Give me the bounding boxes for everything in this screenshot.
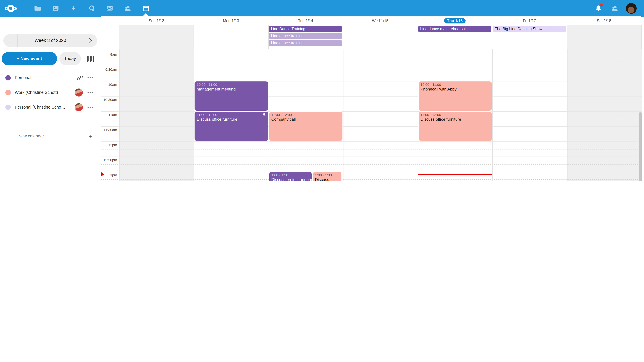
calendar-menu-button[interactable] [88,88,92,96]
event[interactable]: 10:00 - 11:00Phonecall with Abby [418,81,492,111]
column-divider [343,25,343,49]
event-title: Discuss project announcement [271,177,310,181]
event[interactable]: 10:00 - 11:00management meeting [195,81,268,111]
calendar-menu-button[interactable] [88,74,92,82]
calendar-list-item[interactable]: Work (Christine Schott) [0,85,100,100]
event[interactable]: 11:00 - 12:00Discuss office furniture [195,112,268,141]
next-week-button[interactable] [83,34,97,47]
time-label: 11am [101,113,117,117]
day-header-tue[interactable]: Tue 1/14 [268,16,343,25]
time-label: 12pm [101,143,117,147]
sidebar: Week 3 of 2020 + New event Today Persona… [0,17,100,181]
column-divider [268,25,269,49]
calendar-name: Personal (Christine Scho… [15,105,66,110]
notifications-icon[interactable] [595,5,602,12]
nextcloud-logo-icon[interactable] [5,4,20,13]
time-label: 9:30am [101,67,117,71]
event-time: 1:00 - 1:30 [271,173,310,177]
previous-week-button[interactable] [3,34,18,47]
calendar-menu-button[interactable] [88,103,92,111]
current-time-line [418,174,492,175]
calendar-list-item[interactable]: Personal (Christine Scho… [0,100,100,115]
user-avatar[interactable] [626,3,636,14]
all-day-event[interactable]: Line dance training [269,40,342,46]
active-app-pointer [142,13,150,17]
calendar-color-dot [5,90,11,95]
calendar-color-dot [5,75,11,80]
event[interactable]: 1:00 - 1:30Discuss project announcement [313,172,342,181]
calendar-item-actions [75,88,92,96]
time-label: 12:30pm [101,158,117,162]
event[interactable]: 11:00 - 12:00Company call [269,112,343,141]
time-grid: 9am9:30am10am10:30am11am11:30am12pm12:30… [100,49,642,181]
day-column-sat[interactable] [567,49,642,181]
event-time: 10:00 - 11:00 [197,82,266,87]
all-day-event[interactable]: Line Dance Training [269,26,342,32]
event-title: Discuss project announcement [315,177,340,181]
day-header-fri[interactable]: Fri 1/17 [492,16,567,25]
day-column-wed[interactable] [343,49,418,181]
time-label: 11:30am [101,128,117,132]
time-label: 9am [101,52,117,56]
chevron-right-icon [87,38,92,43]
calendar-list: PersonalWork (Christine Schott)Personal … [0,70,100,115]
event-title: management meeting [197,87,266,92]
calendar-item-actions [77,74,92,82]
day-column-sun[interactable] [120,49,194,181]
shared-by-avatar [75,88,83,96]
new-calendar-button[interactable]: + New calendar + [0,129,100,143]
today-pill: Thu 1/16 [444,18,466,23]
contacts-menu-icon[interactable] [611,5,618,12]
day-header-row: Sun 1/12Mon 1/13Tue 1/14Wed 1/15Thu 1/16… [100,16,641,25]
event-time: 11:00 - 12:00 [197,112,266,117]
shared-by-avatar [75,103,83,111]
top-bar [0,0,644,17]
day-header-thu[interactable]: Thu 1/16 [418,16,492,25]
day-header-mon[interactable]: Mon 1/13 [194,16,268,25]
event[interactable]: 1:00 - 1:30Discuss project announcement [269,172,312,181]
event-title: Company call [271,117,340,122]
all-day-event[interactable]: The Big Line Dancing Show!!! [493,26,566,32]
chevron-left-icon [9,38,14,43]
today-button[interactable]: Today [59,52,81,65]
current-time-arrow-icon [101,172,104,176]
new-event-button[interactable]: + New event [2,52,57,65]
calendar-app: Week 3 of 2020 + New event Today Persona… [0,0,644,181]
share-link-icon[interactable] [77,75,83,81]
all-day-event[interactable]: Line dance main rehearsal [418,26,491,32]
app-contacts-icon[interactable] [124,5,132,12]
calendar-color-dot [5,105,11,110]
day-header-sun[interactable]: Sun 1/12 [119,16,194,25]
event-time: 1:00 - 1:30 [315,173,340,177]
event-title: Discuss office furniture [197,117,266,122]
day-column-fri[interactable] [492,49,567,181]
vertical-scrollbar[interactable] [639,112,642,181]
app-talk-icon[interactable] [88,5,96,12]
week-title[interactable]: Week 3 of 2020 [18,34,83,47]
all-day-event[interactable]: Line dance training [269,33,342,39]
weekend-shading [567,25,641,49]
day-header-sat[interactable]: Sat 1/18 [567,16,641,25]
event[interactable]: 11:00 - 12:00Discuss office furniture [418,112,492,141]
calendar-list-item[interactable]: Personal [0,70,100,85]
column-divider [194,25,194,49]
plus-icon: + [89,133,92,139]
time-label: 10:30am [101,97,117,102]
event-title: Phonecall with Abby [420,87,490,92]
column-divider [119,25,120,49]
event-time: 10:00 - 11:00 [420,82,490,87]
reminder-bell-icon [262,113,266,117]
event-time: 11:00 - 12:00 [420,112,490,117]
event-time: 11:00 - 12:00 [271,112,340,117]
calendar-item-actions [75,103,92,111]
day-header-wed[interactable]: Wed 1/15 [343,16,418,25]
app-photos-icon[interactable] [52,5,59,12]
column-divider [641,25,642,49]
app-calendar-icon[interactable] [142,5,150,12]
time-label: 10am [101,82,117,86]
app-files-icon[interactable] [34,5,41,12]
app-mail-icon[interactable] [106,5,113,12]
app-activity-icon[interactable] [70,5,78,12]
view-columns-icon[interactable] [87,56,94,62]
event-title: Discuss office furniture [420,117,490,122]
